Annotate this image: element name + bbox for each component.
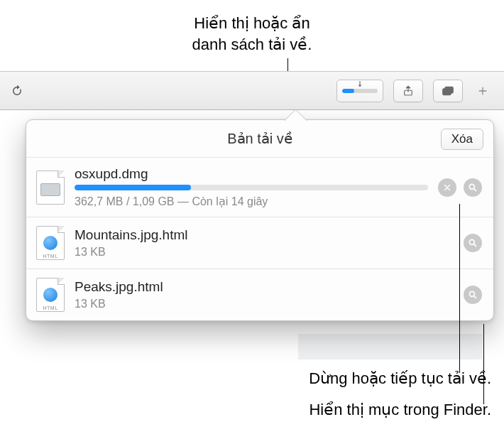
- popover-title: Bản tải về: [227, 130, 292, 147]
- file-icon-html: HTML: [36, 278, 65, 312]
- download-arrow-icon: [355, 80, 365, 90]
- share-button[interactable]: [393, 80, 423, 102]
- download-progress-fill: [75, 185, 191, 190]
- downloads-button[interactable]: [336, 80, 383, 102]
- svg-rect-2: [445, 87, 453, 93]
- download-item: HTML Mountains.jpg.html 13 KB: [26, 217, 493, 269]
- download-status: 13 KB: [75, 298, 454, 310]
- reload-icon: [11, 85, 23, 97]
- close-icon: [443, 183, 451, 192]
- magnifier-icon: [468, 183, 478, 193]
- reload-button[interactable]: [6, 80, 28, 102]
- callout-leader-line: [459, 204, 460, 373]
- new-tab-button[interactable]: [473, 81, 493, 101]
- popover-header: Bản tải về Xóa: [26, 120, 493, 157]
- callout-show-in-finder: Hiển thị mục trong Finder.: [309, 401, 491, 419]
- download-status: 13 KB: [75, 246, 454, 259]
- downloads-toolbar-progress: [342, 89, 378, 93]
- download-filename: Peaks.jpg.html: [75, 279, 454, 295]
- callout-leader-line: [483, 324, 484, 404]
- download-item: osxupd.dmg 362,7 MB / 1,09 GB — Còn lại …: [26, 157, 493, 217]
- background-block: [298, 334, 483, 359]
- tabs-icon: [441, 85, 455, 97]
- show-tabs-button[interactable]: [433, 80, 463, 102]
- reveal-in-finder-button[interactable]: [464, 234, 482, 252]
- reveal-in-finder-button[interactable]: [464, 178, 482, 197]
- callout-stop-resume: Dừng hoặc tiếp tục tải về.: [309, 369, 491, 388]
- share-icon: [402, 85, 415, 97]
- downloads-list: osxupd.dmg 362,7 MB / 1,09 GB — Còn lại …: [26, 157, 493, 320]
- download-filename: osxupd.dmg: [75, 166, 428, 182]
- download-status: 362,7 MB / 1,09 GB — Còn lại 14 giây: [75, 195, 428, 208]
- clear-downloads-button[interactable]: Xóa: [441, 129, 483, 150]
- stop-resume-button[interactable]: [438, 178, 456, 197]
- magnifier-icon: [468, 290, 478, 300]
- file-icon-html: HTML: [36, 226, 65, 260]
- downloads-toolbar-progress-fill: [342, 89, 354, 93]
- callout-show-hide-downloads: Hiển thị hoặc ẩndanh sách tải về.: [128, 13, 376, 55]
- browser-toolbar: [0, 71, 504, 110]
- reveal-in-finder-button[interactable]: [464, 286, 482, 304]
- file-icon-dmg: [36, 170, 65, 205]
- downloads-popover: Bản tải về Xóa osxupd.dmg 362,7 MB / 1,0…: [26, 119, 494, 321]
- download-item: HTML Peaks.jpg.html 13 KB: [26, 269, 493, 320]
- plus-icon: [477, 85, 488, 97]
- download-progress: [75, 185, 428, 190]
- magnifier-icon: [468, 238, 478, 248]
- download-filename: Mountains.jpg.html: [75, 227, 454, 243]
